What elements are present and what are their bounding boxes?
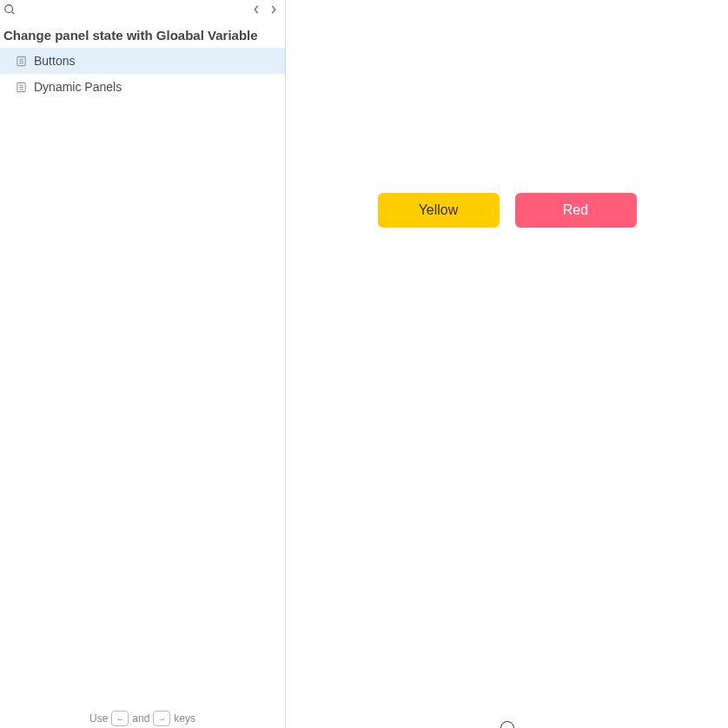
red-button[interactable]: Red <box>515 193 637 228</box>
svg-line-1 <box>12 12 15 15</box>
page-list: Buttons Dynamic Panels <box>0 48 285 705</box>
page-icon <box>16 56 27 67</box>
key-left-icon: ← <box>111 711 129 726</box>
button-row: Yellow Red <box>286 193 728 228</box>
sidebar-topbar <box>0 0 285 19</box>
hint-prefix: Use <box>89 712 108 725</box>
sidebar-item-dynamic-panels[interactable]: Dynamic Panels <box>0 74 285 100</box>
svg-point-0 <box>5 5 13 13</box>
canvas: Yellow Red <box>286 0 728 728</box>
next-page-icon[interactable] <box>269 3 278 16</box>
keyboard-hint: Use ← and → keys <box>0 705 285 728</box>
project-title: Change panel state with Gloabal Variable <box>0 19 285 48</box>
prev-page-icon[interactable] <box>252 3 261 16</box>
sidebar-item-label: Dynamic Panels <box>34 80 122 94</box>
loader-icon <box>500 721 514 728</box>
sidebar-item-buttons[interactable]: Buttons <box>0 48 285 74</box>
hint-middle: and <box>132 712 149 725</box>
yellow-button[interactable]: Yellow <box>378 193 500 228</box>
sidebar: Change panel state with Gloabal Variable… <box>0 0 286 728</box>
sidebar-item-label: Buttons <box>34 54 75 68</box>
search-icon[interactable] <box>3 3 16 16</box>
key-right-icon: → <box>153 711 170 726</box>
page-icon <box>16 82 27 93</box>
nav-arrows <box>252 3 281 16</box>
hint-suffix: keys <box>174 712 195 725</box>
